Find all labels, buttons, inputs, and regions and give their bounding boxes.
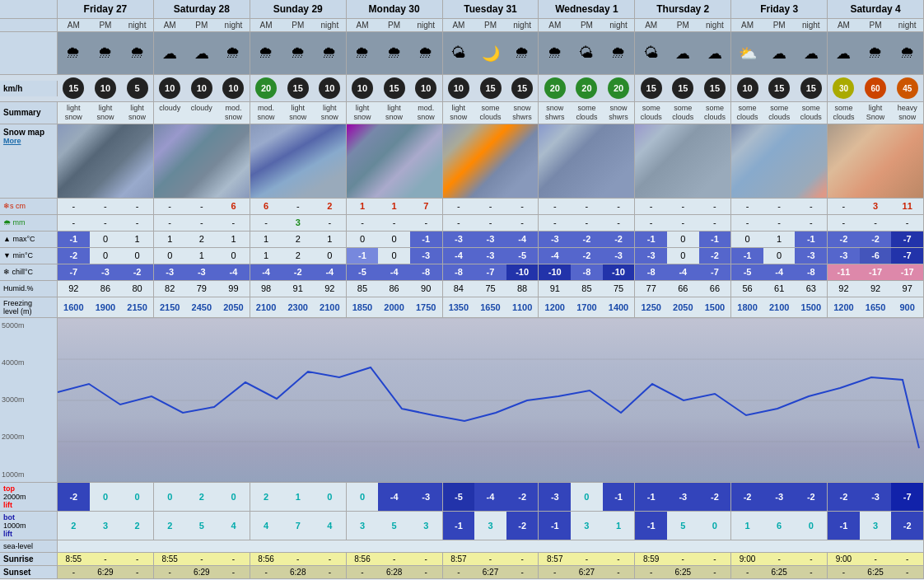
- period-group-2: AM PM night: [154, 19, 250, 31]
- sr-8-pm: -: [763, 553, 796, 565]
- chill-6-am: -10: [539, 264, 571, 280]
- chill-group-3: -4 -2 -4: [250, 264, 347, 280]
- period-group-8: AM PM night: [731, 19, 828, 31]
- snowmap-more-link[interactable]: More: [3, 137, 21, 145]
- summary-group-8: some clouds some clouds some clouds: [731, 102, 828, 124]
- tl-2-pm: 2: [186, 483, 218, 511]
- rain-mm-group-9: - - -: [828, 215, 924, 231]
- hum-group-5: 84 75 88: [443, 281, 539, 297]
- tl-5-pm: -4: [474, 483, 506, 511]
- humidity-label: Humid.%: [0, 281, 58, 297]
- weather-icon-row: 🌨 🌨 🌨 ☁ ☁ 🌨 🌨 🌨 🌨 🌨 🌨 🌨 🌤 🌙 🌨: [0, 32, 924, 75]
- chill-7-am: -8: [635, 264, 667, 280]
- icon-3-night: 🌨: [314, 32, 346, 74]
- bl-3-night: 4: [314, 512, 346, 540]
- hum-3-am: 98: [250, 281, 282, 297]
- sr-group-7: 8:59 - -: [635, 553, 731, 565]
- min-4-am: -1: [347, 248, 379, 264]
- ss-2-am: -: [154, 566, 186, 578]
- chill-3-night: -4: [314, 264, 346, 280]
- icon-6-night: 🌨: [603, 32, 635, 74]
- hum-group-9: 92 92 97: [828, 281, 924, 297]
- sr-4-pm: -: [378, 553, 410, 565]
- hum-2-pm: 79: [186, 281, 218, 297]
- bl-8-night: 0: [795, 512, 827, 540]
- frz-8-am: 1800: [731, 297, 763, 317]
- sea-level-label: sea-level: [0, 540, 58, 552]
- bl-5-night: -2: [506, 512, 539, 540]
- chill-group-5: -8 -7 -10: [443, 264, 539, 280]
- chill-group-2: -3 -3 -4: [154, 264, 250, 280]
- snowmap-1: [58, 124, 153, 198]
- speed-5-pm: 15: [474, 75, 506, 101]
- hum-group-2: 82 79 99: [154, 281, 250, 297]
- rain-2-pm: -: [186, 215, 218, 231]
- summary-group-3: mod. snow light snow light snow: [250, 102, 347, 124]
- frz-1-night: 2150: [121, 297, 153, 317]
- hum-1-am: 92: [58, 281, 90, 297]
- icon-3-am: 🌨: [250, 32, 282, 74]
- speed-group-9: 30 60 45: [828, 75, 924, 101]
- tl-7-night: -2: [699, 483, 731, 511]
- rain-8-night: -: [795, 215, 827, 231]
- tl-8-night: -2: [795, 483, 827, 511]
- sr-group-8: 9:00 - -: [731, 553, 828, 565]
- frz-4-pm: 2000: [378, 297, 410, 317]
- top-lift-label: top 2000m lift: [0, 483, 58, 511]
- icon-1-night: 🌨: [121, 32, 153, 74]
- speed-group-1: 15 10 5: [58, 75, 154, 101]
- min-7-pm: 0: [667, 248, 699, 264]
- top-lift-g3: 2 1 0: [250, 483, 347, 511]
- bl-6-am: -1: [539, 512, 571, 540]
- sr-group-5: 8:57 - -: [443, 553, 539, 565]
- snow-cm-5-pm: -: [474, 199, 506, 214]
- min-group-4: -1 0 -3: [347, 248, 443, 264]
- rain-1-night: -: [121, 215, 153, 231]
- sunset-row: Sunset - 6:29 - - 6:29 - - 6:28 - - 6:28…: [0, 566, 924, 579]
- max-1-night: 1: [121, 232, 153, 247]
- sunset-label: Sunset: [0, 566, 58, 578]
- min-9-night: -7: [891, 248, 923, 264]
- period-am-8: AM: [731, 19, 763, 31]
- min-6-pm: -2: [571, 248, 603, 264]
- chill-6-night: -10: [603, 264, 635, 280]
- icon-8-pm: ☁: [763, 32, 796, 74]
- sr-6-night: -: [603, 553, 635, 565]
- top-lift-g6: -3 0 -1: [539, 483, 635, 511]
- day-monday30: Monday 30: [347, 0, 443, 18]
- rain-4-am: -: [347, 215, 379, 231]
- rain-9-am: -: [828, 215, 860, 231]
- sr-group-2: 8:55 - -: [154, 553, 250, 565]
- hum-9-night: 97: [891, 281, 923, 297]
- chill-1-night: -2: [121, 264, 153, 280]
- sr-6-am: 8:57: [539, 553, 571, 565]
- top-lift-g1: -2 0 0: [58, 483, 154, 511]
- bl-7-am: -1: [635, 512, 667, 540]
- snowmap-group-4: [347, 124, 443, 198]
- max-7-am: -1: [635, 232, 667, 247]
- period-night-1: night: [121, 19, 153, 31]
- chill-4-night: -8: [410, 264, 442, 280]
- icon-7-am: 🌤: [635, 32, 667, 74]
- snow-cm-group-5: - - -: [443, 199, 539, 214]
- max-8-pm: 1: [763, 232, 796, 247]
- max-group-5: -3 -3 -4: [443, 232, 539, 247]
- ss-2-pm: 6:29: [186, 566, 218, 578]
- period-am-5: AM: [443, 19, 475, 31]
- min-3-night: 0: [314, 248, 346, 264]
- sr-7-am: 8:59: [635, 553, 667, 565]
- max-6-night: -2: [603, 232, 635, 247]
- bl-2-pm: 5: [186, 512, 218, 540]
- ss-3-pm: 6:28: [282, 566, 314, 578]
- tl-6-pm: 0: [571, 483, 603, 511]
- hum-group-6: 91 85 75: [539, 281, 635, 297]
- summary-group-1: light snow light snow light snow: [58, 102, 154, 124]
- min-2-night: 0: [217, 248, 250, 264]
- frz-9-pm: 1650: [860, 297, 892, 317]
- speed-4-night: 10: [410, 75, 442, 101]
- min-5-am: -4: [443, 248, 475, 264]
- frz-7-am: 1250: [635, 297, 667, 317]
- icon-9-pm: 🌨: [860, 32, 892, 74]
- frz-3-am: 2100: [250, 297, 282, 317]
- wind-speed-row: km/h 15 10 5 10 10 10 20 15 10 10 15 10 …: [0, 75, 924, 102]
